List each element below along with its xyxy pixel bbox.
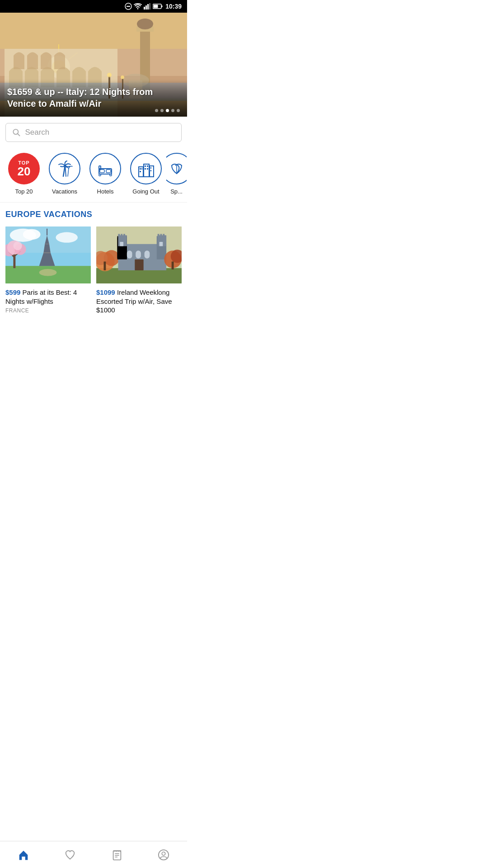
europe-vacations-section: EUROPE VACATIONS <box>0 203 187 322</box>
svg-rect-8 <box>154 5 158 8</box>
paris-location: FRANCE <box>5 307 91 314</box>
svg-line-35 <box>68 168 69 176</box>
spa-leaf-icon <box>168 160 185 177</box>
category-label-spa: Sp... <box>170 188 183 195</box>
category-label-top20: Top 20 <box>15 188 33 195</box>
signal-icon <box>144 3 151 9</box>
dnd-icon <box>125 3 132 10</box>
hero-dots[interactable] <box>155 109 180 112</box>
ireland-price: $1099 <box>96 288 115 296</box>
hotels-icon-circle <box>89 153 121 184</box>
category-top20[interactable]: TOP 20 Top 20 <box>4 153 44 195</box>
category-label-going-out: Going Out <box>132 188 159 195</box>
svg-rect-38 <box>106 170 111 173</box>
svg-rect-44 <box>150 166 154 177</box>
top20-icon-circle: TOP 20 <box>8 153 40 184</box>
svg-rect-100 <box>172 262 174 269</box>
svg-rect-52 <box>150 167 151 169</box>
svg-rect-93 <box>136 250 141 258</box>
svg-rect-3 <box>145 5 147 9</box>
svg-rect-94 <box>145 250 150 258</box>
svg-rect-90 <box>160 234 162 236</box>
city-buildings-icon <box>137 160 155 178</box>
svg-rect-53 <box>150 170 151 171</box>
svg-rect-2 <box>144 7 145 9</box>
status-bar: 10:39 <box>0 0 187 13</box>
svg-rect-75 <box>96 268 182 283</box>
spa-icon-circle <box>166 153 187 184</box>
hero-dot-5[interactable] <box>177 109 180 112</box>
svg-rect-87 <box>121 234 122 236</box>
svg-rect-79 <box>103 262 106 270</box>
svg-rect-1 <box>127 6 130 7</box>
card-ireland[interactable]: $1099 Ireland Weeklong Escorted Trip w/A… <box>96 226 182 315</box>
status-icons <box>125 3 163 10</box>
hotel-bed-icon <box>96 160 114 178</box>
svg-rect-46 <box>141 168 142 170</box>
ireland-scene <box>96 226 182 284</box>
category-vacations[interactable]: Vacations <box>44 153 85 195</box>
vacations-icon-circle <box>49 153 80 184</box>
palm-tree-icon <box>55 159 74 178</box>
svg-point-27 <box>107 73 112 77</box>
card-price-ireland: $1099 Ireland Weeklong Escorted Trip w/A… <box>96 288 182 315</box>
svg-point-72 <box>39 269 57 276</box>
paris-scene <box>5 226 91 284</box>
svg-point-68 <box>13 241 22 250</box>
section-title: EUROPE VACATIONS <box>5 210 182 219</box>
svg-rect-47 <box>140 171 141 172</box>
category-going-out[interactable]: Going Out <box>126 153 166 195</box>
svg-rect-49 <box>147 165 148 167</box>
svg-rect-92 <box>127 250 132 258</box>
card-paris[interactable]: $599 Paris at its Best: 4 Nights w/Fligh… <box>5 226 91 315</box>
svg-rect-43 <box>144 164 149 177</box>
time-display: 10:39 <box>165 3 182 10</box>
svg-rect-41 <box>110 174 112 176</box>
category-hotels[interactable]: Hotels <box>85 153 126 195</box>
svg-rect-97 <box>135 259 143 270</box>
svg-rect-88 <box>123 234 125 236</box>
card-price-paris: $599 Paris at its Best: 4 Nights w/Fligh… <box>5 288 91 306</box>
categories-row: TOP 20 Top 20 Vacatio <box>0 148 187 203</box>
svg-point-21 <box>137 19 153 29</box>
svg-rect-86 <box>118 234 120 236</box>
going-out-icon-circle <box>130 153 162 184</box>
search-input[interactable] <box>25 128 175 137</box>
svg-rect-51 <box>147 168 148 170</box>
category-label-vacations: Vacations <box>52 188 77 195</box>
search-box[interactable] <box>5 123 182 142</box>
svg-point-58 <box>23 229 41 240</box>
svg-rect-96 <box>160 242 163 246</box>
svg-rect-4 <box>147 4 149 9</box>
svg-rect-37 <box>100 170 104 173</box>
svg-rect-89 <box>158 234 160 236</box>
top20-text: TOP 20 <box>18 160 31 177</box>
hero-dot-2[interactable] <box>160 109 164 112</box>
svg-rect-5 <box>149 3 150 9</box>
hero-text: $1659 & up -- Italy: 12 Nights from Veni… <box>7 86 180 109</box>
battery-icon <box>153 4 163 9</box>
search-container <box>0 117 187 148</box>
svg-point-59 <box>56 232 77 243</box>
svg-rect-50 <box>145 168 146 170</box>
svg-rect-91 <box>163 234 164 236</box>
svg-rect-48 <box>145 165 146 167</box>
hero-dot-4[interactable] <box>171 109 174 112</box>
svg-rect-45 <box>140 168 141 170</box>
svg-rect-7 <box>162 5 163 7</box>
hero-dot-1[interactable] <box>155 109 158 112</box>
svg-rect-40 <box>99 174 101 176</box>
wifi-icon <box>134 3 142 9</box>
category-spa[interactable]: Sp... <box>166 153 187 195</box>
search-icon <box>12 128 20 137</box>
cards-grid: $599 Paris at its Best: 4 Nights w/Fligh… <box>5 226 182 315</box>
paris-image <box>5 226 91 284</box>
svg-rect-11 <box>0 13 187 49</box>
paris-price: $599 <box>5 288 20 296</box>
svg-rect-95 <box>120 242 123 246</box>
svg-line-32 <box>18 134 20 136</box>
hero-banner[interactable]: $1659 & up -- Italy: 12 Nights from Veni… <box>0 13 187 117</box>
hero-dot-3[interactable] <box>166 109 169 112</box>
ireland-image <box>96 226 182 284</box>
category-label-hotels: Hotels <box>97 188 114 195</box>
